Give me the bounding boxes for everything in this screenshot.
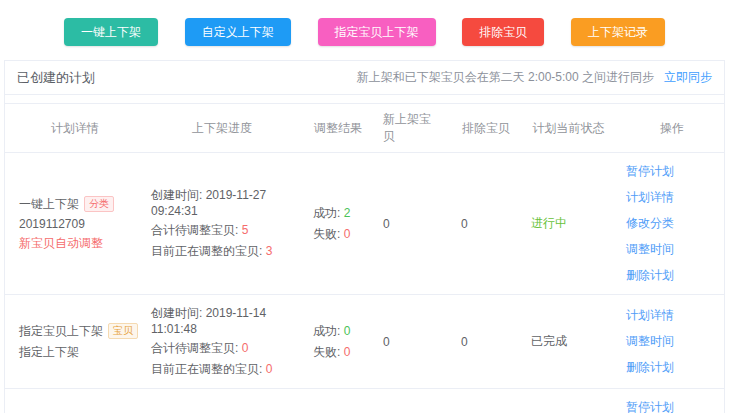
currently-adjusting: 目前正在调整的宝贝: 3: [151, 243, 293, 260]
plan-detail-cell: 指定宝贝上下架 宝贝 指定上下架: [5, 295, 137, 388]
col-header-new-items: 新上架宝贝: [369, 104, 447, 152]
delete-plan-link[interactable]: 删除计划: [626, 359, 674, 376]
result-cell: 成功: 0 失败: 0: [299, 295, 369, 388]
sync-note-wrap: 新上架和已下架宝贝会在第二天 2:00-5:00 之间进行同步 立即同步: [357, 69, 712, 86]
table-row: 一键上下架 分类 2019112709 新宝贝自动调整 创建时间: 2019-1…: [5, 153, 724, 295]
total-pending: 合计待调整宝贝: 0: [151, 340, 293, 357]
page: 一键上下架 自定义上下架 指定宝贝上下架 排除宝贝 上下架记录 已创建的计划 新…: [0, 0, 729, 413]
actions-cell: 计划详情 调整时间 删除计划: [612, 295, 724, 388]
plan-tag-item: 宝贝: [108, 323, 138, 339]
col-header-status: 计划当前状态: [517, 104, 612, 152]
created-plans-panel: 已创建的计划 新上架和已下架宝贝会在第二天 2:00-5:00 之间进行同步 立…: [4, 60, 725, 413]
col-header-plan-detail: 计划详情: [5, 104, 137, 152]
sync-note: 新上架和已下架宝贝会在第二天 2:00-5:00 之间进行同步: [357, 69, 654, 86]
excluded-items-cell: 0: [447, 295, 517, 388]
plan-detail-link[interactable]: 计划详情: [626, 307, 674, 324]
pause-plan-link[interactable]: 暂停计划: [626, 163, 674, 180]
plan-subtitle: 指定上下架: [19, 344, 131, 361]
col-header-result: 调整结果: [299, 104, 369, 152]
panel-header: 已创建的计划 新上架和已下架宝贝会在第二天 2:00-5:00 之间进行同步 立…: [5, 61, 724, 95]
one-click-shelf-button[interactable]: 一键上下架: [64, 18, 158, 46]
shelf-records-button[interactable]: 上下架记录: [571, 18, 665, 46]
plan-detail-cell: 自定义上下架 分类 2019111410: [5, 389, 137, 413]
custom-shelf-button[interactable]: 自定义上下架: [185, 18, 291, 46]
plan-title: 指定宝贝上下架: [19, 323, 103, 340]
table-row: 自定义上下架 分类 2019111410 创建时间: 2019-11-14 10…: [5, 389, 724, 413]
adjust-time-link[interactable]: 调整时间: [626, 241, 674, 258]
sync-now-link[interactable]: 立即同步: [664, 69, 712, 86]
col-header-excluded-items: 排除宝贝: [447, 104, 517, 152]
pause-plan-link[interactable]: 暂停计划: [626, 399, 674, 413]
status-cell: 进行中: [517, 389, 612, 413]
toolbar: 一键上下架 自定义上下架 指定宝贝上下架 排除宝贝 上下架记录: [0, 0, 729, 46]
plan-id: 2019112709: [19, 217, 131, 231]
new-items-cell: 0: [369, 295, 447, 388]
status-cell: 已完成: [517, 295, 612, 388]
panel-title: 已创建的计划: [17, 69, 95, 87]
plan-detail-link[interactable]: 计划详情: [626, 189, 674, 206]
total-pending: 合计待调整宝贝: 5: [151, 222, 293, 239]
progress-cell: 创建时间: 2019-11-14 10:56:16 合计待调整宝贝: 51 目前…: [137, 389, 299, 413]
plan-detail-cell: 一键上下架 分类 2019112709 新宝贝自动调整: [5, 153, 137, 294]
table-header-row: 计划详情 上下架进度 调整结果 新上架宝贝 排除宝贝 计划当前状态 操作: [5, 103, 724, 153]
plan-title: 一键上下架: [19, 196, 79, 213]
created-time: 创建时间: 2019-11-27 09:24:31: [151, 187, 293, 218]
col-header-actions: 操作: [612, 104, 724, 152]
progress-cell: 创建时间: 2019-11-14 11:01:48 合计待调整宝贝: 0 目前正…: [137, 295, 299, 388]
status-cell: 进行中: [517, 153, 612, 294]
progress-cell: 创建时间: 2019-11-27 09:24:31 合计待调整宝贝: 5 目前正…: [137, 153, 299, 294]
status-badge: 进行中: [531, 215, 606, 232]
plans-table: 计划详情 上下架进度 调整结果 新上架宝贝 排除宝贝 计划当前状态 操作 一键上…: [5, 103, 724, 413]
excluded-items-cell: 0: [447, 153, 517, 294]
actions-cell: 暂停计划 计划详情 修改分类 调整时间 删除计划: [612, 153, 724, 294]
result-cell: 成功: 2 失败: 0: [299, 153, 369, 294]
excluded-items-cell: 6: [447, 389, 517, 413]
plan-subtitle: 新宝贝自动调整: [19, 235, 131, 252]
table-row: 指定宝贝上下架 宝贝 指定上下架 创建时间: 2019-11-14 11:01:…: [5, 295, 724, 389]
exclude-items-button[interactable]: 排除宝贝: [462, 18, 544, 46]
delete-plan-link[interactable]: 删除计划: [626, 267, 674, 284]
success-count: 成功: 2: [313, 205, 363, 222]
currently-adjusting: 目前正在调整的宝贝: 0: [151, 361, 293, 378]
edit-category-link[interactable]: 修改分类: [626, 215, 674, 232]
col-header-progress: 上下架进度: [137, 104, 299, 152]
adjust-time-link[interactable]: 调整时间: [626, 333, 674, 350]
created-time: 创建时间: 2019-11-14 11:01:48: [151, 305, 293, 336]
result-cell: 成功: 48 失败: 1: [299, 389, 369, 413]
specified-item-shelf-button[interactable]: 指定宝贝上下架: [318, 18, 436, 46]
success-count: 成功: 0: [313, 323, 363, 340]
fail-count: 失败: 0: [313, 344, 363, 361]
plan-tag-category: 分类: [84, 196, 114, 212]
new-items-cell: 0: [369, 389, 447, 413]
status-badge: 已完成: [531, 333, 606, 350]
actions-cell: 暂停计划 计划详情 修改分类 调整时间 删除计划: [612, 389, 724, 413]
fail-count: 失败: 0: [313, 226, 363, 243]
new-items-cell: 0: [369, 153, 447, 294]
